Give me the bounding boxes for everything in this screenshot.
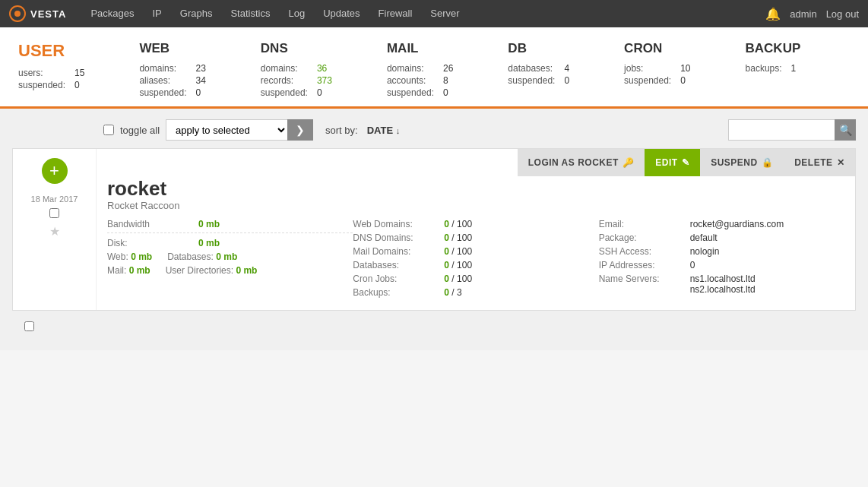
ssh-label: SSH Access: <box>599 246 690 257</box>
lock-icon: 🔒 <box>762 157 774 168</box>
stats-col-2: Web Domains: 0 / 100 DNS Domains: 0 / 10… <box>353 219 598 301</box>
card-checkbox[interactable] <box>49 208 59 218</box>
admin-link[interactable]: admin <box>790 8 816 20</box>
delete-button[interactable]: DELETE ✕ <box>784 149 855 176</box>
search-wrap: 🔍 <box>728 119 856 141</box>
name-servers-label: Name Servers: <box>599 274 690 284</box>
package-label: Package: <box>599 232 690 243</box>
nav-log[interactable]: Log <box>279 0 314 27</box>
nav-firewall[interactable]: Firewall <box>369 0 422 27</box>
nav-server[interactable]: Server <box>421 0 468 27</box>
cron-jobs-label: Cron Jobs: <box>353 274 444 284</box>
users-val: 15 <box>74 67 93 79</box>
suspend-label: SUSPEND <box>711 157 758 168</box>
nav-packages[interactable]: Packages <box>81 0 143 27</box>
card-body: LOGIN AS ROCKET 🔑 EDIT ✎ SUSPEND 🔒 DELET… <box>97 149 855 310</box>
email-label: Email: <box>599 219 690 229</box>
sort-label: sort by: <box>325 125 358 136</box>
name-servers-val: ns1.localhost.ltd ns2.localhost.ltd <box>690 274 756 295</box>
bandwidth-row: Bandwidth 0 mb <box>107 219 353 229</box>
disk-label: Disk: <box>107 238 198 248</box>
summary-bar: USER users: 15 suspended: 0 WEB domains:… <box>0 27 868 109</box>
summary-web: WEB domains: 23 aliases: 34 suspended: 0 <box>139 41 214 99</box>
user-suspended-val: 0 <box>74 79 93 91</box>
bell-icon: 🔔 <box>765 7 781 21</box>
web-domains-used: 0 / 100 <box>444 219 472 229</box>
dns-domains-val: 0 / 100 <box>444 232 472 243</box>
login-as-button[interactable]: LOGIN AS ROCKET 🔑 <box>518 149 645 176</box>
card-date: 18 Mar 2017 <box>31 194 78 204</box>
cron-jobs-val: 0 / 100 <box>444 274 472 284</box>
nameservers-row: Name Servers: ns1.localhost.ltd ns2.loca… <box>599 274 844 295</box>
dns-domains-row: DNS Domains: 0 / 100 <box>353 232 598 243</box>
nav-updates[interactable]: Updates <box>314 0 369 27</box>
web-domains-label: Web Domains: <box>353 219 444 229</box>
disk-row: Disk: 0 mb <box>107 238 353 248</box>
add-user-button[interactable]: + <box>42 158 68 184</box>
databases-stat-row: Databases: 0 / 100 <box>353 260 598 270</box>
backups-row: Backups: 0 / 3 <box>353 287 598 298</box>
search-input[interactable] <box>728 119 835 141</box>
edit-button[interactable]: EDIT ✎ <box>645 149 700 176</box>
edit-label: EDIT <box>655 157 677 168</box>
ssh-val: nologin <box>690 246 720 257</box>
inline-stats: Web: 0 mb Databases: 0 mb <box>107 251 353 262</box>
navbar-right: 🔔 admin Log out <box>765 7 859 21</box>
toggle-all-label: toggle all <box>120 125 160 136</box>
brand-label: VESTA <box>30 8 66 20</box>
summary-db-title: DB <box>508 41 578 56</box>
star-icon[interactable]: ★ <box>49 224 60 239</box>
stats-col-3: Email: rocket@guardians.com Package: def… <box>599 219 844 301</box>
email-row: Email: rocket@guardians.com <box>599 219 844 229</box>
bandwidth-label: Bandwidth <box>107 219 198 229</box>
suspend-button[interactable]: SUSPEND 🔒 <box>700 149 784 176</box>
login-label: LOGIN AS ROCKET <box>528 157 619 168</box>
sort-value: DATE ↓ <box>367 125 401 136</box>
databases-stat-label: Databases: <box>353 260 444 270</box>
disk-val: 0 mb <box>198 238 220 248</box>
mail-stat: Mail: 0 mb <box>107 265 150 276</box>
delete-label: DELETE <box>794 157 832 168</box>
bottom-checkbox[interactable] <box>24 321 34 331</box>
card-stats: Bandwidth 0 mb Disk: 0 mb Web: 0 mb Data… <box>107 219 844 301</box>
summary-user: USER users: 15 suspended: 0 <box>18 41 93 91</box>
search-icon: 🔍 <box>839 124 852 136</box>
mail-domains-row: Mail Domains: 0 / 100 <box>353 246 598 257</box>
card-fullname: Rocket Raccoon <box>107 200 844 211</box>
package-row: Package: default <box>599 232 844 243</box>
apply-go-button[interactable]: ❯ <box>287 119 313 141</box>
backups-label: Backups: <box>353 287 444 298</box>
nav-graphs[interactable]: Graphs <box>171 0 222 27</box>
search-button[interactable]: 🔍 <box>835 119 856 141</box>
summary-web-title: WEB <box>139 41 214 56</box>
nav-statistics[interactable]: Statistics <box>221 0 279 27</box>
nav-ip[interactable]: IP <box>143 0 170 27</box>
action-bar: LOGIN AS ROCKET 🔑 EDIT ✎ SUSPEND 🔒 DELET… <box>518 149 855 176</box>
edit-icon: ✎ <box>682 157 690 168</box>
logo: VESTA <box>9 5 66 22</box>
main-content: toggle all apply to selected Suspend Uns… <box>0 109 868 350</box>
summary-mail-title: MAIL <box>387 41 462 56</box>
toggle-all-checkbox[interactable] <box>103 125 114 135</box>
package-val: default <box>690 232 718 243</box>
ssh-row: SSH Access: nologin <box>599 246 844 257</box>
logo-circle <box>9 5 26 22</box>
card-username: rocket <box>107 178 844 200</box>
summary-cron: CRON jobs: 10 suspended: 0 <box>624 41 699 87</box>
summary-dns-title: DNS <box>261 41 341 56</box>
apply-select[interactable]: apply to selected Suspend Unsuspend Dele… <box>166 119 287 141</box>
web-domains-row: Web Domains: 0 / 100 <box>353 219 598 229</box>
backups-val: 0 / 3 <box>444 287 461 298</box>
user-dirs-stat: User Directories: 0 mb <box>166 265 258 276</box>
stats-col-1: Bandwidth 0 mb Disk: 0 mb Web: 0 mb Data… <box>107 219 353 301</box>
toolbar: toggle all apply to selected Suspend Uns… <box>12 119 856 141</box>
logout-link[interactable]: Log out <box>826 8 859 20</box>
summary-db: DB databases: 4 suspended: 0 <box>508 41 578 87</box>
summary-user-title: USER <box>18 41 93 61</box>
email-val: rocket@guardians.com <box>690 219 784 229</box>
summary-mail: MAIL domains: 26 accounts: 8 suspended: … <box>387 41 462 99</box>
card-left: + 18 Mar 2017 ★ <box>13 149 97 310</box>
navbar: VESTA Packages IP Graphs Statistics Log … <box>0 0 868 27</box>
inline-stats-2: Mail: 0 mb User Directories: 0 mb <box>107 265 353 276</box>
cron-jobs-row: Cron Jobs: 0 / 100 <box>353 274 598 284</box>
